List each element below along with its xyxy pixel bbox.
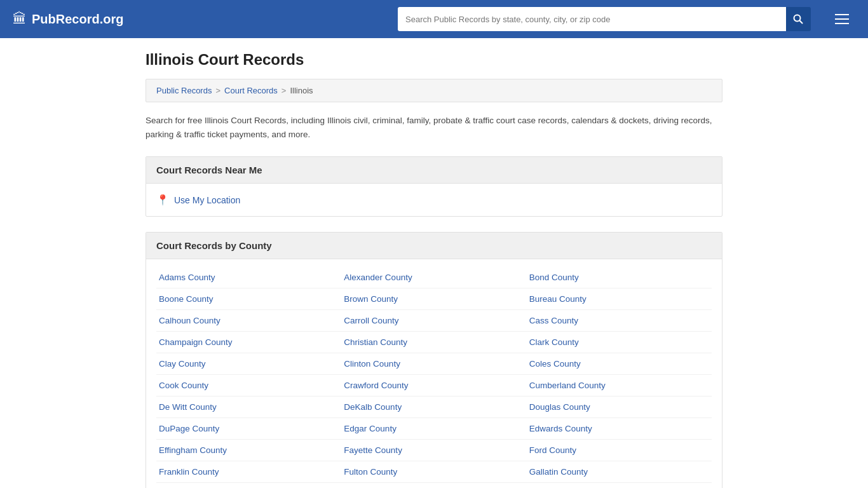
- county-link[interactable]: Adams County: [156, 267, 341, 288]
- county-link[interactable]: Christian County: [341, 332, 526, 353]
- county-link[interactable]: Fulton County: [341, 461, 526, 483]
- near-me-header: Court Records Near Me: [146, 157, 722, 184]
- use-location-label: Use My Location: [174, 195, 240, 205]
- county-link[interactable]: Carroll County: [341, 310, 526, 332]
- county-link[interactable]: Gallatin County: [527, 461, 712, 483]
- menu-button[interactable]: [829, 7, 855, 31]
- county-link[interactable]: Clinton County: [341, 353, 526, 375]
- near-me-section: Court Records Near Me 📍 Use My Location: [146, 156, 722, 217]
- breadcrumb-court-records[interactable]: Court Records: [224, 86, 278, 95]
- site-header: 🏛 PubRecord.org: [0, 0, 868, 38]
- county-link[interactable]: Clark County: [527, 332, 712, 353]
- search-container: [398, 7, 811, 31]
- county-link[interactable]: Champaign County: [156, 332, 341, 353]
- county-link[interactable]: Coles County: [527, 353, 712, 375]
- main-content: Illinois Court Records Public Records > …: [135, 38, 733, 488]
- county-link[interactable]: Brown County: [341, 288, 526, 310]
- county-grid: Adams CountyAlexander CountyBond CountyB…: [146, 259, 722, 488]
- county-link[interactable]: Crawford County: [341, 375, 526, 396]
- svg-line-1: [800, 20, 803, 23]
- county-link[interactable]: DuPage County: [156, 418, 341, 440]
- breadcrumb: Public Records > Court Records > Illinoi…: [146, 79, 722, 102]
- search-input[interactable]: [398, 7, 786, 31]
- search-icon: [793, 14, 803, 24]
- by-county-header: Court Records by County: [146, 233, 722, 259]
- logo-text: PubRecord.org: [32, 12, 123, 27]
- menu-bar-2: [835, 18, 849, 20]
- county-link[interactable]: Effingham County: [156, 440, 341, 461]
- county-link[interactable]: Douglas County: [527, 396, 712, 418]
- search-button[interactable]: [786, 7, 811, 31]
- menu-bar-3: [835, 23, 849, 24]
- page-title: Illinois Court Records: [146, 51, 722, 69]
- county-link[interactable]: Franklin County: [156, 461, 341, 483]
- county-link[interactable]: Alexander County: [341, 267, 526, 288]
- county-link[interactable]: Clay County: [156, 353, 341, 375]
- use-location-link[interactable]: 📍 Use My Location: [156, 194, 712, 206]
- county-link[interactable]: Bureau County: [527, 288, 712, 310]
- county-link[interactable]: Bond County: [527, 267, 712, 288]
- location-icon: 📍: [156, 194, 169, 206]
- near-me-body: 📍 Use My Location: [146, 184, 722, 216]
- county-link[interactable]: Calhoun County: [156, 310, 341, 332]
- breadcrumb-public-records[interactable]: Public Records: [156, 86, 212, 95]
- county-link[interactable]: Greene County: [156, 483, 341, 488]
- breadcrumb-sep-2: >: [281, 86, 287, 95]
- logo-link[interactable]: 🏛 PubRecord.org: [13, 11, 123, 27]
- page-description: Search for free Illinois Court Records, …: [146, 114, 722, 141]
- breadcrumb-sep-1: >: [215, 86, 220, 95]
- county-link[interactable]: Edgar County: [341, 418, 526, 440]
- county-link[interactable]: Ford County: [527, 440, 712, 461]
- county-link[interactable]: Hamilton County: [527, 483, 712, 488]
- county-link[interactable]: Grundy County: [341, 483, 526, 488]
- county-link[interactable]: Cook County: [156, 375, 341, 396]
- county-link[interactable]: DeKalb County: [341, 396, 526, 418]
- county-link[interactable]: Fayette County: [341, 440, 526, 461]
- breadcrumb-illinois: Illinois: [290, 86, 313, 95]
- county-link[interactable]: Edwards County: [527, 418, 712, 440]
- county-link[interactable]: Cass County: [527, 310, 712, 332]
- county-link[interactable]: Boone County: [156, 288, 341, 310]
- by-county-section: Court Records by County Adams CountyAlex…: [146, 232, 722, 488]
- menu-bar-1: [835, 14, 849, 15]
- logo-icon: 🏛: [13, 11, 27, 27]
- county-link[interactable]: Cumberland County: [527, 375, 712, 396]
- county-link[interactable]: De Witt County: [156, 396, 341, 418]
